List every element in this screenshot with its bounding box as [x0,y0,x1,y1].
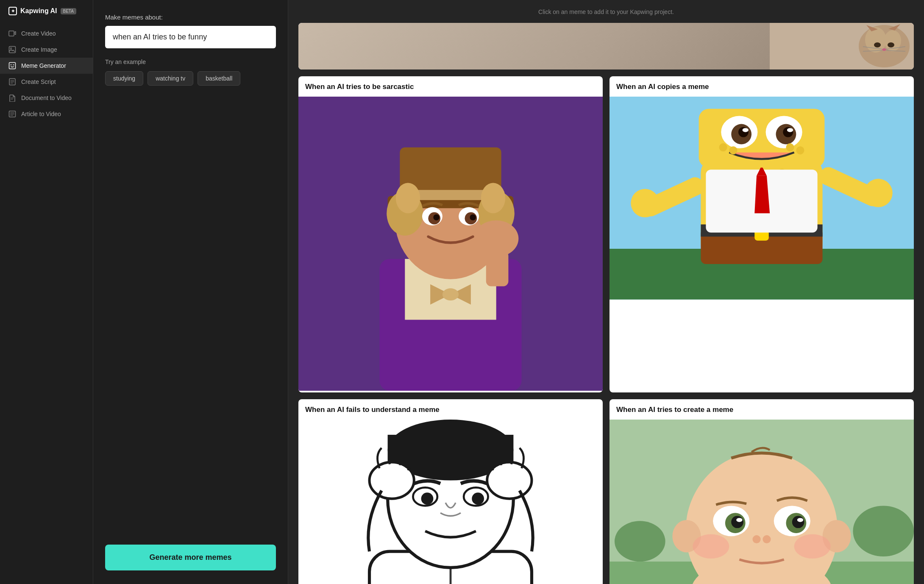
svg-point-104 [693,534,729,559]
svg-point-68 [796,146,804,154]
svg-point-24 [443,288,459,300]
left-panel: Make memes about: Try an example studyin… [93,0,288,584]
baby-svg [610,420,914,584]
script-icon [8,78,16,86]
app-name: Kapwing AI [20,7,57,15]
meme-topic-input[interactable] [105,26,276,48]
svg-point-38 [433,214,439,220]
click-hint: Click on an meme to add it to your Kapwi… [298,8,914,15]
sidebar-item-label: Create Video [21,30,56,37]
meme-card-top-partial[interactable] [298,23,914,70]
wonka-svg [298,97,603,391]
jackie-svg [298,420,603,584]
svg-point-13 [888,42,894,47]
example-buttons: studying watching tv basketball [105,71,276,86]
app-logo: ✦ Kapwing AI BETA [0,0,93,22]
svg-point-32 [396,183,420,214]
example-btn-studying[interactable]: studying [105,71,143,86]
svg-rect-3 [9,63,16,69]
svg-point-33 [481,183,505,214]
meme-card-tries-create[interactable]: When an AI tries to create a meme [610,399,914,584]
sidebar-item-document-to-video[interactable]: Document to Video [0,90,93,106]
meme-title-copies-meme: When an AI copies a meme [610,76,914,97]
svg-point-83 [472,493,484,505]
sidebar-item-label: Create Script [21,78,56,85]
svg-point-82 [421,493,434,505]
make-memes-label: Make memes about: [105,14,276,21]
logo-icon: ✦ [8,7,17,15]
sidebar-nav: Create Video Create Image Meme Generator [0,22,93,584]
sidebar: ✦ Kapwing AI BETA Create Video Create Im… [0,0,93,584]
svg-point-102 [752,535,760,543]
svg-point-100 [736,518,742,522]
beta-badge: BETA [61,8,76,14]
article-icon [8,110,16,118]
svg-point-2 [11,48,12,49]
svg-rect-0 [9,31,14,36]
example-btn-basketball[interactable]: basketball [198,71,240,86]
svg-point-39 [470,214,476,220]
svg-point-103 [763,535,771,543]
svg-point-101 [797,518,803,522]
meme-title-fails-understand: When an AI fails to understand a meme [298,399,603,420]
meme-card-copies-meme[interactable]: When an AI copies a meme [610,76,914,392]
generate-more-memes-button[interactable]: Generate more memes [105,545,276,570]
svg-rect-79 [388,435,514,470]
svg-point-71 [631,189,659,217]
sidebar-item-label: Meme Generator [21,62,66,69]
meme-title-tries-create: When an AI tries to create a meme [610,399,914,420]
svg-point-64 [787,128,793,132]
video-icon [8,30,16,37]
meme-card-sarcastic[interactable]: When an AI tries to be sarcastic [298,76,603,392]
sidebar-item-label: Create Image [21,46,57,53]
example-btn-watching-tv[interactable]: watching tv [148,71,193,86]
svg-point-85 [487,462,532,499]
meme-title-sarcastic: When an AI tries to be sarcastic [298,76,603,97]
svg-point-66 [729,146,737,154]
svg-point-84 [370,462,414,499]
try-example-label: Try an example [105,58,276,65]
svg-point-14 [882,48,886,51]
meme-grid: When an AI tries to be sarcastic [298,23,914,584]
sidebar-item-label: Article to Video [21,111,61,117]
svg-point-88 [615,521,665,562]
svg-rect-41 [486,251,509,286]
svg-point-67 [786,143,794,151]
svg-point-63 [743,128,749,132]
svg-point-105 [794,534,831,559]
meme-card-fails-understand[interactable]: When an AI fails to understand a meme [298,399,603,584]
svg-point-89 [853,506,914,557]
main-content: Make memes about: Try an example studyin… [93,0,924,584]
meme-image-sarcastic [298,97,603,392]
meme-image-fails-understand [298,420,603,584]
cat-image [770,23,914,70]
svg-point-98 [731,516,743,528]
sidebar-item-label: Document to Video [21,95,72,101]
svg-point-12 [874,42,881,47]
svg-point-65 [719,143,727,151]
sidebar-item-article-to-video[interactable]: Article to Video [0,106,93,122]
svg-point-99 [792,516,804,528]
svg-point-72 [864,179,893,207]
sidebar-item-meme-generator[interactable]: Meme Generator [0,58,93,74]
spongebob-svg [610,97,914,300]
sidebar-item-create-image[interactable]: Create Image [0,42,93,58]
document-icon [8,94,16,102]
sidebar-item-create-video[interactable]: Create Video [0,25,93,42]
meme-icon [8,62,16,70]
image-icon [8,46,16,53]
sidebar-item-create-script[interactable]: Create Script [0,74,93,90]
right-panel: Click on an meme to add it to your Kapwi… [288,0,924,584]
meme-image-copies-meme [610,97,914,301]
meme-image-tries-create [610,420,914,584]
